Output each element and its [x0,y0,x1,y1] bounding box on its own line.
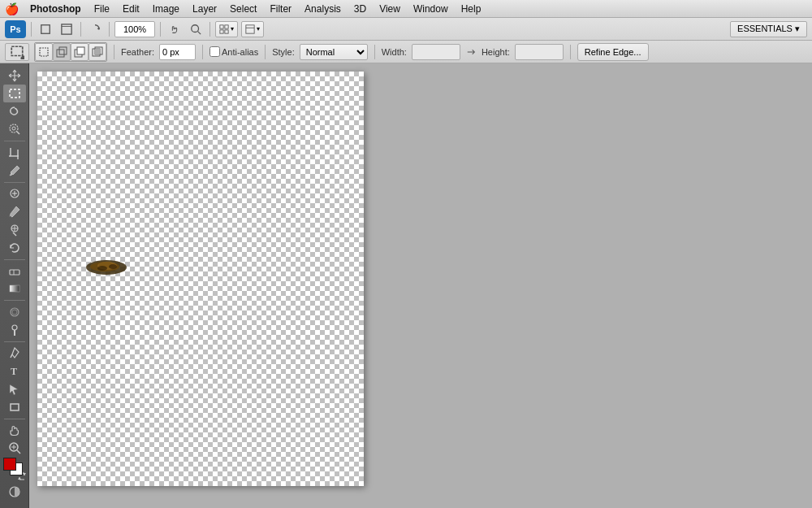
menu-bar: 🍎 Photoshop File Edit Image Layer Select… [0,0,812,18]
menu-item-file[interactable]: File [89,2,115,16]
menu-item-select[interactable]: Select [224,2,262,16]
svg-rect-21 [95,49,100,54]
width-label: Width: [382,47,407,57]
style-label: Style: [272,47,295,57]
separator [31,22,32,37]
menu-item-3d[interactable]: 3D [348,2,372,16]
feather-input[interactable] [159,44,196,60]
height-input[interactable] [515,44,564,60]
style-dropdown[interactable]: Normal Fixed Ratio Fixed Size [300,44,368,60]
arrange-dropdown[interactable]: ▾ [215,21,238,37]
zoom-field[interactable] [114,21,155,37]
svg-rect-37 [10,285,19,292]
screen-mode-standard-button[interactable] [37,20,54,38]
svg-rect-12 [11,46,23,55]
svg-point-39 [12,310,17,315]
svg-point-25 [12,127,15,130]
hand-pan-tool-button[interactable] [3,421,26,438]
rotate-view-button[interactable] [86,20,104,38]
separator-aa [265,45,266,59]
separator-to [114,45,114,59]
svg-rect-35 [10,270,19,275]
refine-edge-button[interactable]: Refine Edge... [577,43,649,61]
svg-marker-13 [21,55,25,59]
apple-logo-icon[interactable]: 🍎 [3,0,19,18]
tool-divider4 [4,300,25,301]
anti-alias-checkbox-label[interactable]: Anti-alias [209,46,258,57]
ps-logo-button[interactable]: Ps [5,20,26,38]
blur-tool-button[interactable] [3,303,26,320]
separator5 [209,22,210,37]
pen-tool-button[interactable] [3,344,26,361]
lasso-tool-button[interactable] [3,103,26,120]
main-layout: T [0,63,812,508]
svg-rect-18 [77,47,84,54]
path-select-tool-button[interactable] [3,380,26,397]
intersect-selection-button[interactable] [89,43,106,61]
menu-item-layer[interactable]: Layer [187,2,222,16]
svg-line-34 [13,232,16,236]
svg-line-5 [198,31,201,34]
marquee-tool-button[interactable] [3,85,26,102]
menu-item-analysis[interactable]: Analysis [299,2,347,16]
tool-divider5 [4,341,25,342]
new-selection-button[interactable] [35,43,53,61]
dodge-tool-button[interactable] [3,321,26,338]
menu-item-image[interactable]: Image [147,2,185,16]
essentials-button[interactable]: ESSENTIALS ▾ [730,21,807,37]
menu-item-view[interactable]: View [374,2,406,16]
screen-mode-full-button[interactable] [58,20,76,38]
brush-tool-button[interactable] [3,203,26,220]
options-bar: Ps ▾ ▾ ESSENTIALS ▾ [0,18,812,41]
hand-tool-button[interactable] [166,20,184,38]
svg-rect-10 [246,24,254,33]
spot-heal-tool-button[interactable] [3,185,26,202]
type-tool-button[interactable]: T [3,363,26,380]
svg-line-42 [11,354,12,358]
svg-rect-9 [225,29,228,33]
layout-dropdown[interactable]: ▾ [241,21,264,37]
add-selection-button[interactable] [53,43,71,61]
svg-point-23 [10,124,18,132]
svg-rect-6 [220,24,223,28]
svg-rect-8 [220,29,223,33]
history-brush-tool-button[interactable] [3,239,26,256]
shape-tool-button[interactable] [3,398,26,415]
separator-st [374,45,375,59]
toolbar: T [0,63,29,508]
subtract-selection-button[interactable] [71,43,89,61]
tool-type-selector[interactable] [5,43,29,61]
move-tool-button[interactable] [3,67,26,84]
svg-point-4 [192,24,199,32]
color-swatches [3,458,26,505]
menu-item-window[interactable]: Window [408,2,454,16]
svg-rect-44 [11,404,19,410]
foreground-color-swatch[interactable] [3,458,16,471]
zoom-tool-button[interactable] [187,20,205,38]
crop-tool-button[interactable] [3,144,26,161]
width-input[interactable] [412,44,460,60]
feather-label: Feather: [121,47,154,57]
svg-rect-7 [225,24,228,28]
menu-item-edit[interactable]: Edit [117,2,145,16]
gradient-tool-button[interactable] [3,280,26,297]
canvas-object [84,258,129,276]
separator4 [160,22,161,37]
svg-point-57 [109,264,117,269]
svg-rect-14 [40,48,48,56]
menu-item-help[interactable]: Help [456,2,487,16]
quick-select-tool-button[interactable] [3,121,26,138]
svg-line-24 [17,132,19,134]
separator-wh [570,45,571,59]
menu-item-filter[interactable]: Filter [264,2,297,16]
eraser-tool-button[interactable] [3,262,26,279]
quick-mask-button[interactable] [3,482,26,501]
zoom-canvas-tool-button[interactable] [3,440,26,457]
menu-item-photoshop[interactable]: Photoshop [24,2,87,16]
anti-alias-checkbox[interactable] [209,46,220,57]
separator-fa [202,45,203,59]
eyedropper-tool-button[interactable] [3,162,26,179]
swap-wh-button[interactable] [465,44,477,60]
clone-tool-button[interactable] [3,221,26,238]
svg-marker-49 [23,473,26,475]
